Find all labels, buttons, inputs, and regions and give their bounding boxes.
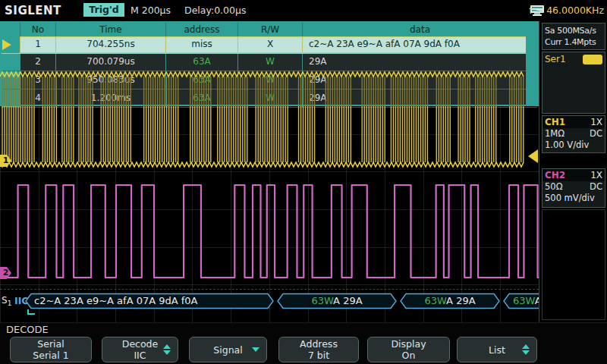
right-sidebar: Sa 500MSa/s Curr 1.4Mpts Ser1 CH1 1X 1MΩ… [539,21,607,322]
ch1-trace [2,106,524,162]
ch1-trace-dim [2,77,524,106]
bus-start-tick [27,309,35,315]
bus-data-text: A 29A [333,295,362,306]
table-row-selected[interactable]: 1 704.255ns miss X c2~A 23A e9~A afA 07A… [2,36,537,54]
ch2-impedance: 50Ω [545,181,562,193]
bus-source-letter: S [2,295,8,306]
col-header-address: address [165,23,237,36]
acquisition-info-panel: Sa 500MSa/s Curr 1.4Mpts [542,23,605,50]
cell-rw: X [237,36,302,53]
bus-address-text: 63W [513,295,535,306]
marker-column-header [2,23,20,36]
ch1-waveform [0,67,539,173]
button-value: Serial 1 [33,350,68,361]
bus-address-text: 63W [311,295,333,306]
selected-row-arrow-icon [2,39,11,50]
display-button[interactable]: Display On [367,337,450,362]
ch1-coupling: DC [590,128,602,140]
col-header-data: data [302,23,537,36]
ch1-label: CH1 [545,117,565,127]
button-value: IIC [134,350,146,361]
bus-segment-text: 63WA 29A [278,295,396,306]
ch2-trace [2,185,539,278]
button-label: List [489,344,505,356]
ch2-scale-readout: 500 mV/div [543,193,605,204]
signal-button[interactable]: Signal [189,337,267,362]
col-header-rw: R/W [237,23,302,36]
button-label: Decode [122,338,158,350]
button-label: Address [300,338,338,350]
serial-button[interactable]: Serial Serial 1 [10,337,92,362]
bus-segment-text: c2~A 23A e9~A afA 07A 9dA f0A [34,295,198,306]
list-button[interactable]: List [457,337,537,362]
brand-logo: SIGLENT [5,4,61,17]
empty-sidebar-panel [542,209,605,320]
decode-button[interactable]: Decode IIC [102,337,178,362]
ch1-info-panel[interactable]: CH1 1X 1MΩ DC 1.00 V/div [542,115,605,153]
button-label: Serial [37,338,64,350]
ch1-bottom-envelope [0,162,524,167]
ch2-waveform [0,179,539,285]
oscilloscope-screen: SIGLENT Trig'd M 200μs Delay:0.00μs f = … [0,0,607,364]
ch2-info-panel[interactable]: CH2 1X 50Ω DC 500 mV/div [542,168,605,208]
bus-source-number: 1 [8,300,12,307]
table-header-row: No Time address R/W data [2,23,537,36]
button-label: Signal [213,344,242,356]
top-status-bar: SIGLENT Trig'd M 200μs Delay:0.00μs f = … [0,0,607,21]
cell-data: c2~A 23A e9~A afA 07A 9dA f0A [302,36,537,53]
ch1-impedance: 1MΩ [545,128,565,140]
cell-no: 1 [20,36,55,53]
updown-arrow-icon [163,344,171,355]
softkey-menu-bar: DECODE Serial Serial 1 Decode IIC Signal… [0,322,607,364]
bus-data-text: A 29A [446,295,475,306]
bus-protocol-label: IIC [14,295,28,306]
delay-readout: Delay:0.00μs [184,5,246,16]
serial-decode-label: Ser1 [545,54,566,64]
serial-decode-panel[interactable]: Ser1 [542,52,605,114]
bus-segment-text: 63WA 29A [401,295,499,306]
ch1-top-envelope [0,72,524,77]
button-value: 7 bit [308,350,329,361]
ch1-scale-readout: 1.00 V/div [543,140,605,151]
button-value: On [402,350,416,361]
sample-rate-readout: Sa 500MSa/s [545,25,602,36]
serial-color-swatch [583,55,602,64]
cell-time: 704.255ns [55,36,165,53]
ch2-attenuation: 1X [590,170,602,180]
down-arrow-icon [252,347,259,352]
button-label: Display [391,338,426,350]
memory-depth-readout: Curr 1.4Mpts [545,36,602,48]
frequency-counter-readout: f = 46.0000KHz [529,5,604,16]
col-header-time: Time [55,23,165,36]
address-button[interactable]: Address 7 bit [278,337,359,362]
ch2-coupling: DC [590,181,602,193]
trigger-status-badge: Trig'd [83,3,124,17]
cell-address: miss [165,36,237,53]
updown-arrow-icon [522,344,530,355]
col-header-no: No [20,23,55,36]
timebase-readout: M 200μs [131,5,171,16]
bus-reference-line [0,289,539,290]
menu-title: DECODE [6,324,49,335]
bus-address-text: 63W [424,295,446,306]
ch1-attenuation: 1X [590,117,602,127]
ch2-label: CH2 [545,170,565,180]
bus-source-label: S1 [2,295,11,307]
